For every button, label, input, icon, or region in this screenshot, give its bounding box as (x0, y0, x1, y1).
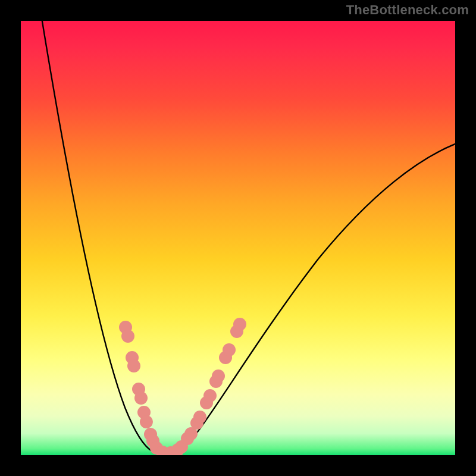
bottleneck-curve (42, 21, 455, 454)
marker-dot (212, 369, 225, 383)
marker-dot (193, 411, 206, 424)
watermark-text: TheBottleneck.com (346, 2, 469, 18)
marker-dot (140, 415, 153, 428)
marker-dot (223, 343, 236, 356)
marker-dot (203, 389, 217, 402)
marker-dot (134, 392, 148, 405)
marker-dot (127, 359, 140, 372)
plot-area (21, 21, 455, 455)
marker-dot (121, 330, 134, 343)
marker-dot (233, 318, 246, 331)
curve-layer (21, 21, 455, 455)
curve-left (42, 21, 165, 454)
chart-frame: TheBottleneck.com (0, 0, 476, 476)
